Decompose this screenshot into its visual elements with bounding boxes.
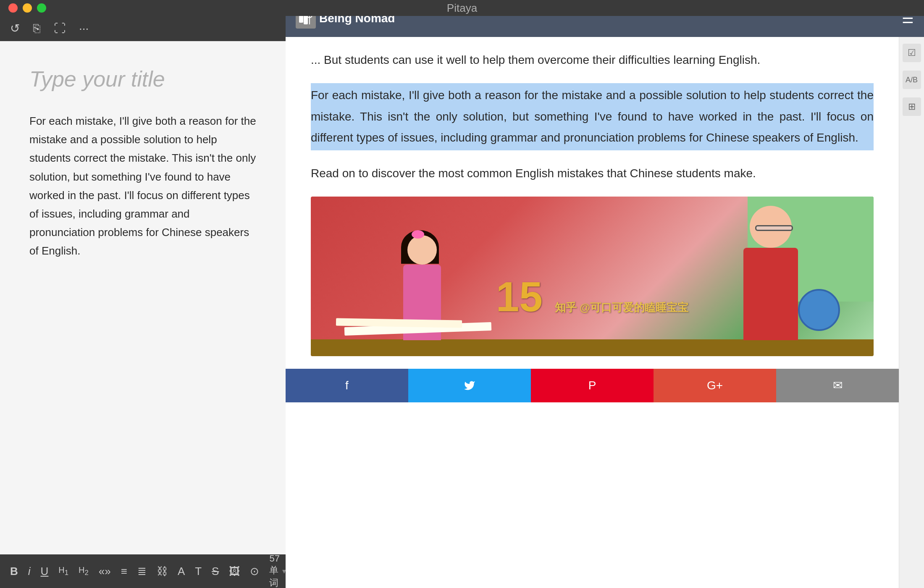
bottom-toolbar: B i U H1 H2 «» ≡ ≣ ⛓ A T S 🖼 ⊙ 57 单词 ▾ [0, 554, 286, 588]
typography-button[interactable]: T [195, 565, 202, 578]
editor-panel: Type your title For each mistake, I'll g… [0, 41, 286, 554]
browser-panel: Being Nomad ☰ ... But students can use i… [286, 0, 924, 588]
scene-girl-head [407, 235, 437, 265]
italic-button[interactable]: i [28, 565, 31, 578]
editor-title[interactable]: Type your title [29, 66, 256, 92]
share-icon[interactable]: ⎘ [33, 22, 40, 35]
article-body: ... But students can use it well to help… [286, 37, 899, 369]
email-button[interactable]: ✉ [776, 369, 899, 402]
app-title: Pitaya [447, 2, 477, 15]
refresh-icon[interactable]: ↺ [10, 21, 20, 35]
watermark-label: 知乎 @可口可爱的瞌睡宝宝 [555, 301, 689, 314]
social-bar: f P G+ ✉ [286, 369, 899, 402]
editor-body[interactable]: For each mistake, I'll give both a reaso… [29, 112, 256, 260]
scene-paper2 [336, 318, 462, 328]
gplus-button[interactable]: G+ [654, 369, 776, 402]
pinterest-button[interactable]: P [531, 369, 654, 402]
clock-button[interactable]: ⊙ [250, 565, 259, 578]
quote-button[interactable]: «» [99, 565, 111, 578]
close-button[interactable] [8, 3, 18, 13]
scene-teacher-glasses [755, 225, 793, 231]
scene-desk [311, 339, 874, 356]
minimize-button[interactable] [23, 3, 32, 13]
article-image: 15 知乎 @可口可爱的瞌睡宝宝 [311, 197, 874, 356]
strikethrough-button[interactable]: S [212, 565, 219, 578]
scene-teacher [743, 248, 798, 340]
watermark-number: 1 [496, 273, 520, 320]
fullscreen-icon[interactable]: ⛶ [54, 21, 66, 35]
toolbar: ↺ ⎘ ⛶ ··· [0, 16, 286, 41]
word-count: 57 单词 ▾ [269, 553, 286, 588]
bold-button[interactable]: B [10, 565, 18, 578]
formula-icon[interactable]: A/B [903, 71, 921, 89]
image-button[interactable]: 🖼 [229, 565, 240, 578]
checkbox-icon[interactable]: ☑ [903, 44, 921, 62]
h2-button[interactable]: H2 [79, 565, 89, 577]
link-button[interactable]: ⛓ [157, 565, 168, 578]
title-bar: Pitaya [0, 0, 924, 16]
more-icon[interactable]: ··· [79, 22, 89, 35]
list-ordered-button[interactable]: ≡ [121, 565, 127, 578]
article-read-on: Read on to discover the most common Engl… [311, 163, 874, 184]
scene-girl-bow [412, 230, 424, 239]
maximize-button[interactable] [37, 3, 46, 13]
underline-button[interactable]: U [41, 565, 49, 578]
article-intro: ... But students can use it well to help… [311, 50, 874, 71]
scene-globe [798, 289, 840, 331]
layers-icon[interactable]: ⊞ [903, 97, 921, 116]
twitter-button[interactable] [408, 369, 531, 402]
list-unordered-button[interactable]: ≣ [137, 565, 147, 578]
window-controls [8, 3, 46, 13]
h1-button[interactable]: H1 [58, 565, 68, 577]
browser-content[interactable]: ... But students can use it well to help… [286, 37, 899, 588]
facebook-button[interactable]: f [286, 369, 408, 402]
text-color-button[interactable]: A [178, 565, 185, 578]
right-sidebar: ☑ A/B ⊞ [899, 37, 924, 588]
article-highlighted: For each mistake, I'll give both a reaso… [311, 83, 874, 150]
